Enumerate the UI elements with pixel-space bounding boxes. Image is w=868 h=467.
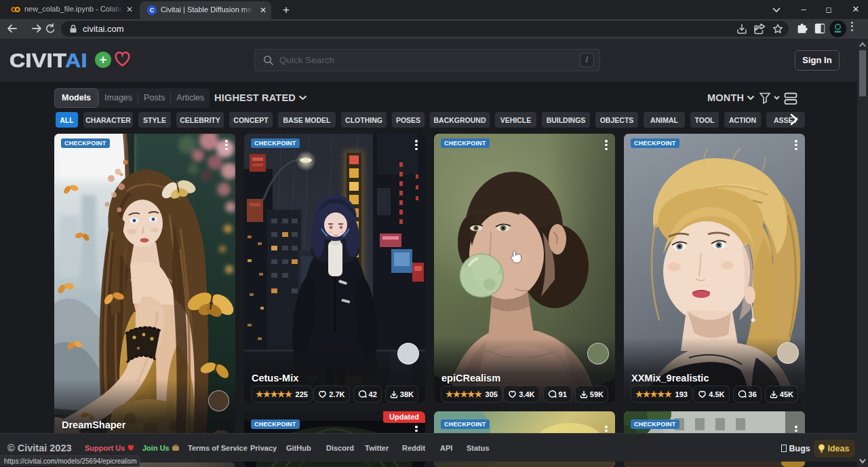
svg-text:C: C bbox=[150, 7, 155, 14]
